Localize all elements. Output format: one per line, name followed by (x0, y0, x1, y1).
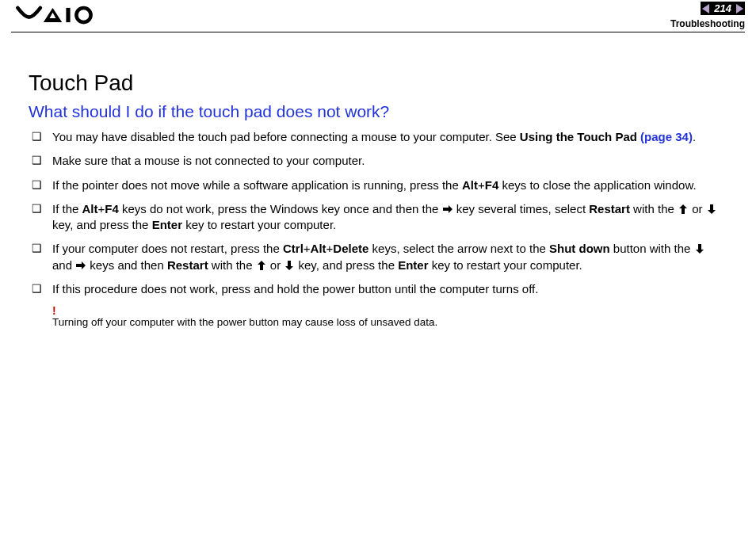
page-content: Touch Pad What should I do if the touch … (0, 32, 756, 328)
prev-page-arrow-icon[interactable] (702, 4, 709, 13)
page-number: 214 (714, 2, 731, 14)
arrow-down-icon (694, 243, 705, 254)
question-heading: What should I do if the touch pad does n… (29, 102, 727, 121)
ref-title: Using the Touch Pad (520, 130, 640, 143)
page-number-nav[interactable]: 214 (701, 2, 745, 15)
vaio-logo (14, 5, 101, 25)
arrow-down-icon (284, 260, 295, 271)
page-ref-link[interactable]: (page 34) (640, 130, 693, 143)
arrow-up-icon (678, 204, 689, 215)
svg-rect-0 (66, 8, 70, 22)
bang-icon: ! (52, 305, 727, 316)
section-label: Troubleshooting (670, 18, 745, 29)
caution-note: ! Turning off your computer with the pow… (52, 305, 727, 328)
bullet-list: You may have disabled the touch pad befo… (29, 129, 727, 297)
list-item: Make sure that a mouse is not connected … (29, 153, 727, 169)
list-item: If the pointer does not move while a sof… (29, 177, 727, 193)
arrow-up-icon (256, 260, 267, 271)
svg-point-1 (76, 8, 90, 22)
list-item: If this procedure does not work, press a… (29, 281, 727, 297)
list-item: If your computer does not restart, press… (29, 241, 727, 273)
next-page-arrow-icon[interactable] (736, 4, 743, 13)
arrow-right-icon (75, 260, 86, 271)
list-item: You may have disabled the touch pad befo… (29, 129, 727, 145)
note-text: Turning off your computer with the power… (52, 316, 437, 328)
arrow-down-icon (706, 204, 717, 215)
page-header: 214 Troubleshooting (0, 0, 756, 32)
arrow-right-icon (442, 204, 453, 215)
list-item: If the Alt+F4 keys do not work, press th… (29, 201, 727, 234)
page-title: Touch Pad (29, 71, 727, 96)
